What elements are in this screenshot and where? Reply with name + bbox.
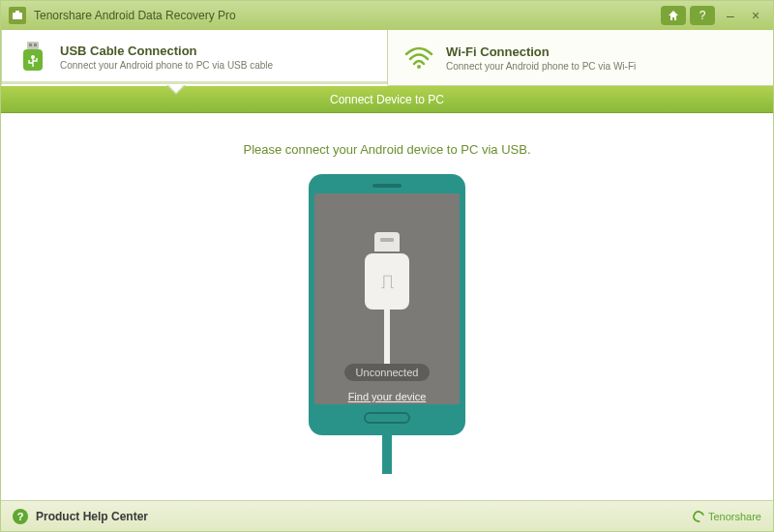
connection-status-badge: Unconnected	[344, 364, 431, 381]
app-logo-icon	[9, 7, 26, 24]
svg-rect-4	[34, 44, 37, 46]
tab-wifi-connection[interactable]: Wi-Fi Connection Connect your Android ph…	[388, 30, 773, 85]
svg-rect-0	[13, 13, 22, 19]
svg-rect-3	[29, 44, 32, 46]
help-icon: ?	[13, 509, 28, 524]
brand-text: Tenorshare	[708, 511, 761, 522]
svg-point-6	[31, 55, 35, 59]
brand-icon	[691, 508, 706, 523]
usb-plug-icon: ⎍	[365, 232, 409, 310]
cable-icon	[382, 435, 392, 474]
svg-rect-1	[15, 11, 19, 13]
help-center-link[interactable]: Product Help Center	[36, 510, 693, 523]
step-bar: Connect Device to PC	[1, 86, 773, 113]
instruction-text: Please connect your Android device to PC…	[244, 142, 531, 157]
usb-icon	[17, 42, 48, 73]
tab-usb-subtitle: Connect your Android phone to PC via USB…	[60, 60, 273, 71]
step-label: Connect Device to PC	[330, 93, 444, 106]
tab-wifi-title: Wi-Fi Connection	[446, 44, 636, 59]
wifi-icon	[403, 43, 434, 74]
tab-usb-connection[interactable]: USB Cable Connection Connect your Androi…	[1, 30, 388, 86]
app-title: Tenorshare Android Data Recovery Pro	[34, 9, 657, 22]
tab-usb-title: USB Cable Connection	[60, 44, 273, 58]
tab-wifi-subtitle: Connect your Android phone to PC via Wi-…	[446, 61, 636, 72]
brand-label: Tenorshare	[693, 511, 761, 522]
svg-point-7	[417, 65, 421, 69]
device-illustration: ⎍ Unconnected Find your device	[309, 174, 465, 474]
connection-tabs: USB Cable Connection Connect your Androi…	[1, 30, 773, 86]
app-window: Tenorshare Android Data Recovery Pro ? –…	[0, 0, 774, 532]
minimize-button[interactable]: –	[721, 6, 740, 25]
titlebar: Tenorshare Android Data Recovery Pro ? –…	[1, 1, 773, 30]
svg-rect-2	[27, 42, 39, 49]
main-panel: Please connect your Android device to PC…	[1, 113, 773, 500]
footer: ? Product Help Center Tenorshare	[1, 500, 773, 531]
phone-icon: ⎍ Unconnected Find your device	[309, 174, 465, 435]
home-button[interactable]	[661, 6, 686, 25]
find-device-link[interactable]: Find your device	[348, 391, 427, 402]
help-button[interactable]: ?	[690, 6, 715, 25]
close-button[interactable]: ×	[746, 6, 765, 25]
